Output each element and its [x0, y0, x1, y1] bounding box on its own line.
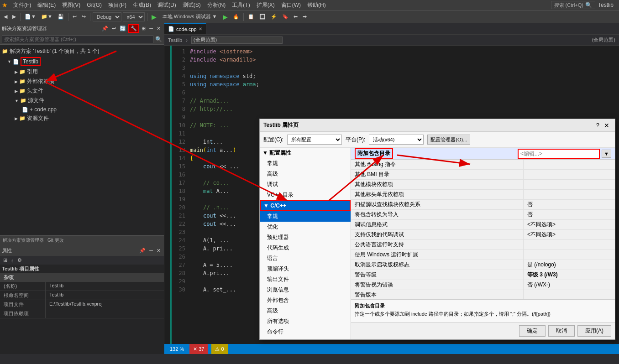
prop-key-3: 其他标头单元依赖项	[351, 190, 524, 199]
tree-external[interactable]: 外部包含	[260, 295, 351, 306]
dialog-close-btn[interactable]: ✕	[602, 122, 611, 129]
prop-val-1	[524, 170, 615, 179]
config-manager-btn[interactable]: 配置管理器(O)...	[427, 135, 470, 145]
prop-row-0: 其他 #using 指令	[351, 160, 615, 170]
tree-pch[interactable]: 预编译头	[260, 264, 351, 274]
props-header-controls: ▼	[518, 149, 611, 159]
tree-general2[interactable]: 常规	[260, 211, 351, 222]
footer-desc-title: 附加包含目录	[355, 302, 611, 309]
dialog-props-list: 其他 #using 指令 其他 BMI 目录 其他模块依赖项 其他标头单元依赖项	[351, 160, 615, 299]
prop-row-1: 其他 BMI 目录	[351, 170, 615, 180]
prop-key-11: 警告等级	[351, 270, 524, 280]
dialog-footer-desc: 附加包含目录 指定一个或多个要添加到 include 路径中的目录；如果指定多个…	[351, 299, 615, 322]
tree-language[interactable]: 语言	[260, 253, 351, 264]
prop-key-7: 支持仅我的代码调试	[351, 230, 524, 239]
config-select[interactable]: 所有配置	[287, 135, 342, 145]
tree-vc[interactable]: VC++ 目录	[260, 190, 351, 200]
prop-key-2: 其他模块依赖项	[351, 180, 524, 189]
dialog-overlay: Testlib 属性页 ? ✕ 配置(C): 所有配置 平台(P): 活动(x6…	[0, 0, 619, 364]
props-dialog: Testlib 属性页 ? ✕ 配置(C): 所有配置 平台(P): 活动(x6…	[259, 119, 615, 340]
prop-key-1: 其他 BMI 目录	[351, 170, 524, 179]
prop-row-11: 警告等级 等级 3 (/W3)	[351, 270, 615, 280]
tree-advanced1[interactable]: 高级	[260, 169, 351, 179]
dialog-tree: ▼ 配置属性 常规 高级 调试 VC++ 目录 ▼ C/C++ 常规 优化 预处…	[260, 148, 351, 339]
prop-row-2: 其他模块依赖项	[351, 180, 615, 190]
prop-key-9: 使用 Windows 运行时扩展	[351, 250, 524, 260]
prop-row-3: 其他标头单元依赖项	[351, 190, 615, 200]
prop-key-10: 取消显示启动版权标志	[351, 260, 524, 270]
prop-val-2	[524, 180, 615, 189]
tree-cpp-section[interactable]: ▼ C/C++	[260, 200, 351, 211]
tree-codegen[interactable]: 代码生成	[260, 243, 351, 253]
prop-val-11: 等级 3 (/W3)	[524, 270, 615, 280]
dialog-body: ▼ 配置属性 常规 高级 调试 VC++ 目录 ▼ C/C++ 常规 优化 预处…	[260, 148, 615, 339]
tree-cmdline[interactable]: 命令行	[260, 327, 351, 337]
prop-key-12: 将警告视为错误	[351, 280, 524, 290]
dialog-config-bar: 配置(C): 所有配置 平台(P): 活动(x64) 配置管理器(O)...	[260, 132, 615, 148]
dialog-buttons: 确定 取消 应用(A)	[351, 322, 615, 339]
dialog-title: Testlib 属性页	[263, 121, 299, 129]
prop-key-6: 调试信息格式	[351, 220, 524, 229]
prop-val-7: <不同选项>	[524, 230, 615, 239]
prop-row-13: 警告版本	[351, 290, 615, 299]
dialog-help-btn[interactable]: ?	[594, 122, 601, 129]
edit-value-input[interactable]	[518, 149, 600, 159]
prop-row-10: 取消显示启动版权标志 是 (/nologo)	[351, 260, 615, 270]
prop-val-6: <不同选项>	[524, 220, 615, 229]
tree-general1[interactable]: 常规	[260, 158, 351, 169]
prop-val-12: 否 (/WX-)	[524, 280, 615, 290]
tree-debug[interactable]: 调试	[260, 179, 351, 190]
props-header-title: 附加包含目录	[355, 148, 393, 159]
apply-btn[interactable]: 应用(A)	[577, 325, 611, 337]
prop-row-7: 支持仅我的代码调试 <不同选项>	[351, 230, 615, 240]
prop-val-0	[524, 160, 615, 169]
prop-val-13	[524, 290, 615, 299]
prop-key-4: 扫描源以查找模块依赖关系	[351, 200, 524, 209]
prop-key-0: 其他 #using 指令	[351, 160, 524, 169]
prop-row-5: 将包含转换为导入 否	[351, 210, 615, 220]
prop-key-5: 将包含转换为导入	[351, 210, 524, 219]
ok-btn[interactable]: 确定	[519, 325, 546, 337]
prop-val-4: 否	[524, 200, 615, 209]
cancel-btn[interactable]: 取消	[548, 325, 575, 337]
tree-optimize[interactable]: 优化	[260, 222, 351, 232]
tree-config-props[interactable]: ▼ 配置属性	[260, 148, 351, 158]
footer-desc-text: 指定一个或多个要添加到 include 路径中的目录；如果指定多个，请用 ";"…	[355, 311, 611, 317]
config-label: 配置(C):	[263, 136, 283, 144]
dialog-props-area: 附加包含目录 ▼ 其他 #using 指令 其他 BMI 目录	[351, 148, 615, 339]
prop-row-8: 公共语言运行时支持	[351, 240, 615, 250]
tree-all-opts[interactable]: 所有选项	[260, 316, 351, 327]
prop-row-12: 将警告视为错误 否 (/WX-)	[351, 280, 615, 290]
prop-val-10: 是 (/nologo)	[524, 260, 615, 270]
prop-val-3	[524, 190, 615, 199]
tree-advanced2[interactable]: 高级	[260, 306, 351, 316]
tree-linker[interactable]: ▶ 链接器	[260, 337, 351, 339]
tree-preprocessor[interactable]: 预处理器	[260, 232, 351, 243]
dropdown-btn[interactable]: ▼	[602, 150, 611, 158]
prop-key-13: 警告版本	[351, 290, 524, 299]
prop-val-9	[524, 250, 615, 260]
dialog-props-header: 附加包含目录 ▼	[351, 148, 615, 160]
prop-val-5: 否	[524, 210, 615, 219]
platform-select-dialog[interactable]: 活动(x64)	[369, 135, 424, 145]
prop-row-9: 使用 Windows 运行时扩展	[351, 250, 615, 260]
platform-label: 平台(P):	[346, 136, 365, 144]
tree-browse[interactable]: 浏览信息	[260, 285, 351, 295]
dialog-title-btns: ? ✕	[594, 122, 611, 129]
prop-row-6: 调试信息格式 <不同选项>	[351, 220, 615, 230]
tree-output[interactable]: 输出文件	[260, 274, 351, 285]
prop-key-8: 公共语言运行时支持	[351, 240, 524, 250]
dialog-titlebar: Testlib 属性页 ? ✕	[260, 119, 615, 132]
prop-val-8	[524, 240, 615, 250]
prop-row-4: 扫描源以查找模块依赖关系 否	[351, 200, 615, 210]
